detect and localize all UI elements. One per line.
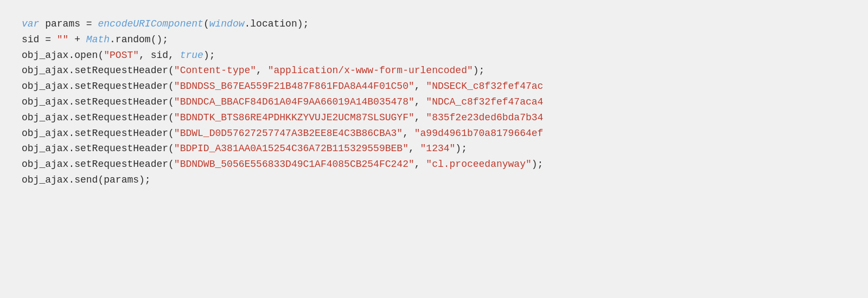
code-token: ,	[409, 143, 420, 154]
code-token: .location);	[245, 18, 309, 29]
code-token: sid =	[22, 34, 57, 45]
code-token: var	[22, 18, 39, 29]
code-line-7: obj_ajax.setRequestHeader("BDNDTK_BTS86R…	[22, 110, 846, 126]
code-line-5: obj_ajax.setRequestHeader("BDNDSS_B67EA5…	[22, 79, 846, 94]
code-token: (	[203, 18, 209, 29]
code-token: "cl.proceedanyway"	[426, 159, 531, 170]
code-token: "BDNDCA_BBACF84D61A04F9AA66019A14B035478…	[174, 96, 414, 107]
code-token: ,	[414, 112, 426, 123]
code-token: obj_ajax.setRequestHeader(	[22, 143, 174, 154]
code-token: );	[532, 159, 544, 170]
code-token: );	[455, 143, 467, 154]
code-line-9: obj_ajax.setRequestHeader("BDPID_A381AA0…	[22, 141, 846, 157]
code-token: ,	[414, 81, 426, 92]
code-token: );	[203, 50, 215, 61]
code-token: );	[473, 65, 485, 76]
code-token: true	[180, 50, 203, 61]
code-token: obj_ajax.setRequestHeader(	[22, 159, 174, 170]
code-block: var params = encodeURIComponent(window.l…	[22, 16, 846, 188]
code-token: "BDNDTK_BTS86RE4PDHKKZYVUJE2UCM87SLSUGYF…	[174, 112, 414, 123]
code-token: encodeURIComponent	[98, 18, 203, 29]
code-token: Math	[86, 34, 110, 45]
code-line-2: sid = "" + Math.random();	[22, 32, 846, 48]
code-token: ,	[403, 128, 414, 139]
code-token: "application/x-www-form-urlencoded"	[268, 65, 473, 76]
code-line-1: var params = encodeURIComponent(window.l…	[22, 16, 846, 32]
code-line-8: obj_ajax.setRequestHeader("BDWL_D0D57627…	[22, 126, 846, 141]
code-token: obj_ajax.setRequestHeader(	[22, 128, 174, 139]
code-token: obj_ajax.setRequestHeader(	[22, 81, 174, 92]
code-token: ,	[256, 65, 268, 76]
code-token: , sid,	[139, 50, 180, 61]
code-line-3: obj_ajax.open("POST", sid, true);	[22, 48, 846, 63]
code-token: .random();	[110, 34, 168, 45]
code-token: obj_ajax.setRequestHeader(	[22, 65, 174, 76]
code-token: "POST"	[104, 50, 139, 61]
code-line-11: obj_ajax.send(params);	[22, 172, 846, 188]
code-token: ""	[57, 34, 69, 45]
code-token: "BDPID_A381AA0A15254C36A72B115329559BEB"	[174, 143, 409, 154]
code-token: "835f2e23ded6bda7b34	[426, 112, 543, 123]
code-token: "BDNDSS_B67EA559F21B487F861FDA8A44F01C50…	[174, 81, 414, 92]
code-token: "NDCA_c8f32fef47aca4	[426, 96, 543, 107]
code-token: "BDNDWB_5056E556833D49C1AF4085CB254FC242…	[174, 159, 414, 170]
code-token: obj_ajax.send(params);	[22, 174, 151, 185]
code-token: "Content-type"	[174, 65, 256, 76]
code-token: params =	[39, 18, 98, 29]
code-token: "NDSECK_c8f32fef47ac	[426, 81, 543, 92]
code-token: obj_ajax.setRequestHeader(	[22, 112, 174, 123]
code-token: "BDWL_D0D57627257747A3B2EE8E4C3B86CBA3"	[174, 128, 403, 139]
code-line-4: obj_ajax.setRequestHeader("Content-type"…	[22, 63, 846, 79]
code-token: +	[68, 34, 86, 45]
code-token: window	[209, 18, 245, 29]
code-line-10: obj_ajax.setRequestHeader("BDNDWB_5056E5…	[22, 157, 846, 172]
code-line-6: obj_ajax.setRequestHeader("BDNDCA_BBACF8…	[22, 94, 846, 110]
code-token: "a99d4961b70a8179664ef	[414, 128, 544, 139]
code-token: "1234"	[420, 143, 456, 154]
code-token: ,	[414, 159, 426, 170]
code-token: obj_ajax.setRequestHeader(	[22, 96, 174, 107]
code-token: ,	[414, 96, 426, 107]
code-token: obj_ajax.open(	[22, 50, 104, 61]
